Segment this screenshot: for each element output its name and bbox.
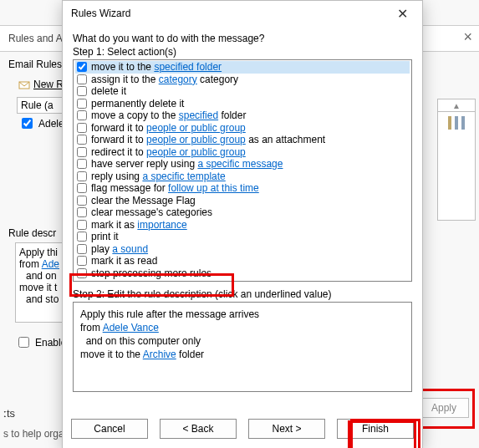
desc-line: and on (19, 270, 63, 282)
desc-line: from Ade (19, 258, 63, 270)
tab-rules[interactable]: Rules and A (8, 33, 63, 44)
desc-line: Apply thi (19, 247, 63, 258)
rules-wizard-dialog: Rules Wizard ✕ What do you want to do wi… (62, 0, 423, 448)
action-label: flag message for follow up at this time (91, 182, 259, 195)
button-bar: Cancel < Back Next > Finish (63, 410, 422, 448)
action-label: clear message's categories (91, 206, 212, 219)
action-checkbox[interactable] (77, 110, 87, 120)
desc-line: and sto (19, 293, 63, 305)
action-checkbox[interactable] (77, 256, 87, 266)
action-label: play a sound (91, 243, 148, 256)
action-row[interactable]: have server reply using a specific messa… (75, 158, 410, 171)
action-row[interactable]: mark it as read (75, 255, 410, 267)
action-checkbox[interactable] (77, 268, 87, 278)
rules-column-header: Rule (a (17, 97, 67, 114)
action-link[interactable]: specified folder (154, 61, 222, 73)
finish-button[interactable]: Finish (337, 419, 414, 439)
back-label: < Back (182, 423, 213, 435)
action-row[interactable]: clear the Message Flag (75, 195, 410, 207)
action-link[interactable]: a specific message (197, 158, 283, 170)
rule-description-editor[interactable]: Apply this rule after the message arrive… (73, 302, 412, 392)
cancel-button[interactable]: Cancel (71, 419, 148, 439)
action-checkbox[interactable] (77, 74, 87, 84)
action-label: mark it as read (91, 255, 157, 267)
step2-label: Step 2: Edit the rule description (click… (73, 288, 412, 300)
action-label: redirect it to people or public group (91, 146, 246, 159)
next-label: Next > (272, 423, 301, 435)
action-label: move a copy to the specified folder (91, 109, 246, 122)
action-checkbox[interactable] (77, 147, 87, 157)
action-link[interactable]: people or public group (146, 146, 246, 158)
action-checkbox[interactable] (77, 135, 87, 145)
prompt-text: What do you want to do with the message? (73, 33, 412, 44)
action-label: move it to the specified folder (91, 61, 222, 74)
scroll-up-icon[interactable]: ▲ (438, 99, 475, 112)
action-row[interactable]: mark it as importance (75, 219, 410, 232)
action-checkbox[interactable] (77, 123, 87, 133)
help-text: s to help orga (3, 428, 64, 440)
finish-label: Finish (362, 423, 389, 435)
action-row[interactable]: move it to the specified folder (75, 61, 410, 74)
action-label: forward it to people or public group (91, 122, 246, 135)
action-link[interactable]: a specific template (142, 171, 225, 182)
enable-rules-checkbox[interactable] (18, 337, 29, 348)
action-row[interactable]: play a sound (75, 243, 410, 256)
action-link[interactable]: people or public group (146, 122, 246, 134)
action-link[interactable]: category (159, 74, 197, 85)
tool-icons (438, 112, 475, 134)
action-label: reply using a specific template (91, 171, 226, 183)
action-link[interactable]: follow up at this time (168, 182, 259, 194)
from-link[interactable]: Adele Vance (103, 322, 159, 333)
action-checkbox[interactable] (77, 159, 87, 169)
action-checkbox[interactable] (77, 220, 87, 230)
step1-label: Step 1: Select action(s) (73, 46, 412, 58)
action-row[interactable]: forward it to people or public group as … (75, 134, 410, 146)
action-row[interactable]: stop processing more rules (75, 267, 410, 280)
action-link[interactable]: a sound (112, 243, 148, 255)
next-button[interactable]: Next > (248, 419, 325, 439)
rule-description-label: Rule descr (8, 227, 56, 239)
action-label: assign it to the category category (91, 74, 238, 86)
action-checkbox[interactable] (77, 244, 87, 254)
action-link[interactable]: people or public group (146, 134, 246, 145)
action-row[interactable]: move a copy to the specified folder (75, 109, 410, 122)
action-row[interactable]: delete it (75, 85, 410, 98)
action-row[interactable]: redirect it to people or public group (75, 146, 410, 159)
action-link[interactable]: specified (179, 109, 218, 121)
enable-rules-row[interactable]: Enable (15, 334, 66, 350)
truncated-label: ːts (3, 407, 15, 420)
desc-line: Apply this rule after the message arrive… (80, 308, 405, 321)
action-row[interactable]: clear message's categories (75, 206, 410, 219)
new-rule-button[interactable]: New R (18, 79, 64, 90)
action-row[interactable]: forward it to people or public group (75, 122, 410, 135)
action-checkbox[interactable] (77, 62, 87, 72)
dialog-title: Rules Wizard (71, 8, 387, 19)
action-row[interactable]: print it (75, 231, 410, 243)
actions-list[interactable]: move it to the specified folderassign it… (73, 59, 412, 282)
action-link[interactable]: importance (137, 219, 186, 231)
action-label: clear the Message Flag (91, 195, 196, 207)
action-checkbox[interactable] (77, 207, 87, 217)
action-row[interactable]: reply using a specific template (75, 171, 410, 183)
action-label: mark it as importance (91, 219, 187, 232)
action-checkbox[interactable] (77, 86, 87, 96)
close-icon[interactable]: ✕ (387, 6, 417, 22)
action-checkbox[interactable] (77, 232, 87, 242)
action-checkbox[interactable] (77, 171, 87, 181)
email-rules-label: Email Rules (8, 59, 62, 70)
folder-link[interactable]: Archive (143, 349, 176, 360)
rule-enabled-checkbox[interactable] (22, 118, 33, 129)
action-checkbox[interactable] (77, 99, 87, 109)
desc-line: and on this computer only (80, 334, 405, 348)
back-button[interactable]: < Back (160, 419, 237, 439)
parent-close-icon[interactable]: × (463, 28, 472, 46)
action-row[interactable]: permanently delete it (75, 98, 410, 110)
action-row[interactable]: flag message for follow up at this time (75, 182, 410, 195)
desc-line: move it t (19, 282, 63, 293)
desc-line: move it to the Archive folder (80, 348, 405, 361)
action-checkbox[interactable] (77, 183, 87, 193)
rule-list-item[interactable]: Adele (17, 114, 62, 133)
action-checkbox[interactable] (77, 196, 87, 206)
action-row[interactable]: assign it to the category category (75, 74, 410, 86)
action-label: have server reply using a specific messa… (91, 158, 283, 171)
